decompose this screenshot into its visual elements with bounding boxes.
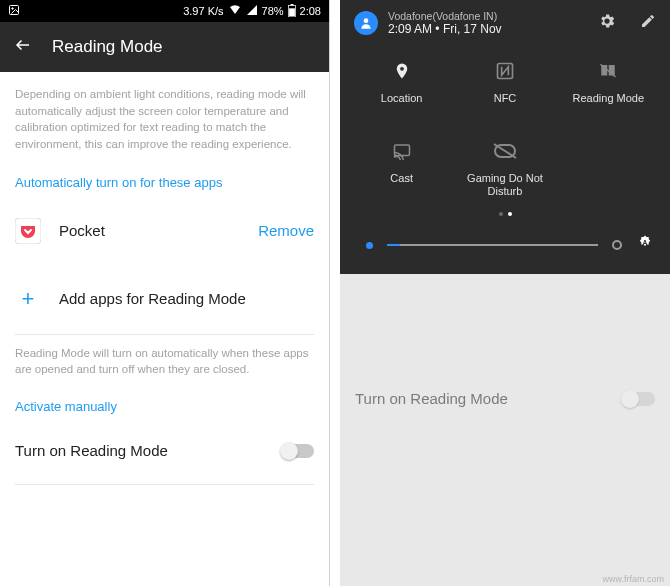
plus-icon: + — [15, 286, 41, 312]
carrier-label: Vodafone(Vodafone IN) — [388, 10, 574, 22]
tile-location[interactable]: Location — [350, 60, 453, 116]
battery-percent: 78% — [262, 5, 284, 17]
background-switch[interactable] — [623, 392, 655, 406]
svg-rect-9 — [394, 145, 409, 156]
qs-header: Vodafone(Vodafone IN) 2:09 AM • Fri, 17 … — [340, 0, 670, 40]
add-apps-label: Add apps for Reading Mode — [59, 290, 314, 307]
gaming-dnd-icon — [493, 140, 517, 162]
tile-label: Reading Mode — [573, 92, 645, 116]
wifi-icon — [228, 4, 242, 18]
page-title: Reading Mode — [52, 37, 163, 57]
section-auto-header: Automatically turn on for these apps — [15, 175, 314, 190]
description-text: Depending on ambient light conditions, r… — [15, 86, 314, 153]
tile-label: Gaming Do Not Disturb — [453, 172, 556, 198]
app-bar: Reading Mode — [0, 22, 329, 72]
dot-icon — [508, 212, 512, 216]
auto-note-text: Reading Mode will turn on automatically … — [15, 345, 314, 377]
tile-label: Cast — [390, 172, 413, 196]
image-icon — [8, 4, 20, 18]
svg-rect-0 — [10, 6, 19, 15]
user-avatar-icon[interactable] — [354, 11, 378, 35]
datetime-label: 2:09 AM • Fri, 17 Nov — [388, 22, 574, 36]
tile-cast[interactable]: Cast — [350, 140, 453, 198]
brightness-high-icon — [612, 240, 622, 250]
left-phone-screen: 3.97 K/s 78% 2:08 Reading Mode Depending… — [0, 0, 330, 586]
auto-brightness-icon[interactable]: A — [636, 234, 654, 256]
pocket-app-icon — [15, 218, 41, 244]
status-bar: 3.97 K/s 78% 2:08 — [0, 0, 329, 22]
toggle-label: Turn on Reading Mode — [15, 442, 168, 459]
battery-icon — [288, 4, 296, 19]
app-name-label: Pocket — [59, 222, 258, 239]
reading-mode-icon — [597, 60, 619, 82]
background-toggle-label: Turn on Reading Mode — [355, 390, 508, 407]
right-phone-screen: Turn on Reading Mode Vodafone(Vodafone I… — [340, 0, 670, 586]
svg-text:A: A — [643, 240, 648, 247]
location-pin-icon — [393, 60, 411, 82]
divider — [15, 484, 314, 485]
cast-icon — [391, 140, 413, 162]
qs-tile-grid: Location NFC Reading Mode Cast — [340, 40, 670, 206]
svg-point-10 — [394, 156, 396, 158]
back-arrow-icon[interactable] — [14, 36, 32, 59]
quick-settings-panel: Vodafone(Vodafone IN) 2:09 AM • Fri, 17 … — [340, 0, 670, 274]
brightness-low-icon — [366, 242, 373, 249]
tile-gaming-dnd[interactable]: Gaming Do Not Disturb — [453, 140, 556, 198]
svg-point-6 — [364, 18, 369, 23]
reading-mode-toggle-row: Turn on Reading Mode — [15, 426, 314, 476]
svg-point-1 — [12, 8, 14, 10]
edit-pencil-icon[interactable] — [640, 13, 656, 33]
tile-empty — [557, 140, 660, 198]
remove-link[interactable]: Remove — [258, 222, 314, 239]
reading-mode-switch[interactable] — [282, 444, 314, 458]
divider — [15, 334, 314, 335]
brightness-slider-row: A — [340, 216, 670, 262]
content-area: Depending on ambient light conditions, r… — [0, 72, 329, 485]
network-speed: 3.97 K/s — [183, 5, 223, 17]
svg-rect-4 — [289, 8, 295, 16]
tile-label: Location — [381, 92, 423, 116]
watermark-text: www.frfam.com — [602, 574, 664, 584]
tile-nfc[interactable]: NFC — [453, 60, 556, 116]
brightness-slider[interactable] — [387, 244, 598, 246]
add-apps-row[interactable]: + Add apps for Reading Mode — [15, 272, 314, 326]
tile-label: NFC — [494, 92, 517, 116]
dot-icon — [499, 212, 503, 216]
section-manual-header: Activate manually — [15, 399, 314, 414]
tile-reading-mode[interactable]: Reading Mode — [557, 60, 660, 116]
clock-time: 2:08 — [300, 5, 321, 17]
qs-info: Vodafone(Vodafone IN) 2:09 AM • Fri, 17 … — [388, 10, 574, 36]
signal-icon — [246, 4, 258, 18]
app-row-pocket[interactable]: Pocket Remove — [15, 204, 314, 258]
settings-gear-icon[interactable] — [598, 12, 616, 34]
nfc-icon — [495, 60, 515, 82]
background-toggle-row: Turn on Reading Mode — [340, 390, 670, 407]
